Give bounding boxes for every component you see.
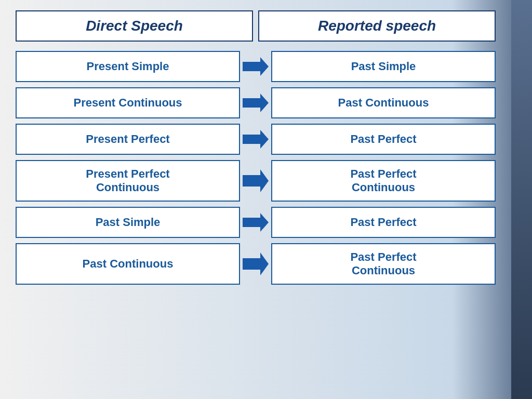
tense-row-4: Present PerfectContinuousPast PerfectCon… — [16, 160, 496, 202]
right-tense-2: Past Continuous — [271, 87, 496, 118]
arrow-icon — [243, 130, 269, 149]
right-tense-5: Past Perfect — [271, 207, 496, 238]
header-row: Direct Speech Reported speech — [16, 10, 496, 42]
tense-row-2: Present ContinuousPast Continuous — [16, 87, 496, 118]
right-tense-1: Past Simple — [271, 51, 496, 82]
left-tense-2: Present Continuous — [16, 87, 240, 118]
left-tense-5: Past Simple — [16, 207, 240, 238]
left-tense-1: Present Simple — [16, 51, 240, 82]
tense-row-1: Present SimplePast Simple — [16, 51, 496, 82]
arrow-icon — [243, 171, 269, 190]
left-tense-4: Present PerfectContinuous — [16, 160, 240, 202]
reported-speech-label: Reported speech — [318, 18, 436, 34]
tense-row-5: Past SimplePast Perfect — [16, 207, 496, 238]
arrow-6 — [240, 255, 271, 273]
direct-speech-header: Direct Speech — [16, 10, 253, 42]
arrow-2 — [240, 94, 271, 112]
right-tense-4: Past PerfectContinuous — [271, 160, 496, 202]
arrow-5 — [240, 213, 271, 232]
arrow-icon — [243, 94, 269, 112]
arrow-1 — [240, 57, 271, 76]
reported-speech-header: Reported speech — [258, 10, 496, 42]
right-sidebar — [511, 0, 532, 399]
arrow-4 — [240, 171, 271, 190]
left-tense-6: Past Continuous — [16, 243, 240, 285]
arrow-icon — [243, 255, 269, 273]
rows-container: Present SimplePast SimplePresent Continu… — [16, 51, 496, 285]
tense-row-6: Past ContinuousPast PerfectContinuous — [16, 243, 496, 285]
main-content: Direct Speech Reported speech Present Si… — [0, 0, 511, 399]
arrow-icon — [243, 213, 269, 232]
tense-row-3: Present PerfectPast Perfect — [16, 124, 496, 155]
right-tense-6: Past PerfectContinuous — [271, 243, 496, 285]
arrow-icon — [243, 57, 269, 76]
arrow-3 — [240, 130, 271, 149]
right-tense-3: Past Perfect — [271, 124, 496, 155]
left-tense-3: Present Perfect — [16, 124, 240, 155]
direct-speech-label: Direct Speech — [86, 18, 183, 34]
